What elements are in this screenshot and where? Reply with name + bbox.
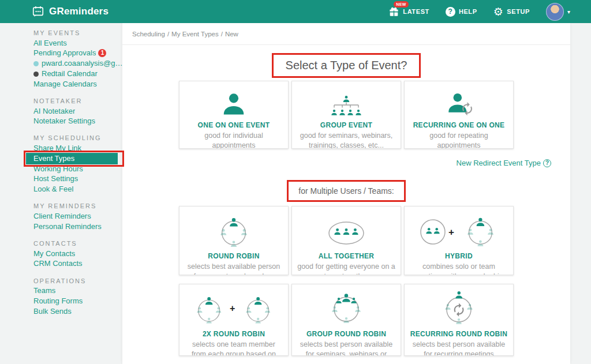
double-round-robin-icon: + [191,291,276,326]
section-title-contacts: CONTACTS [0,239,122,249]
sidebar-item-manage-calendars[interactable]: Manage Calendars [0,79,122,89]
nav-latest[interactable]: NEW LATEST [388,6,429,17]
sidebar-item-event-types[interactable]: Event Types [0,153,122,164]
card-hybrid[interactable]: + HYBRID combines solo or team meetings … [404,206,514,275]
page-title: Select a Type of Event? [274,55,420,76]
section-title-notetaker: NOTETAKER [0,96,122,106]
help-icon: ? [446,7,455,17]
sidebar-item-redtail-calendar[interactable]: Redtail Calendar [0,69,122,79]
breadcrumb-scheduling[interactable]: Scheduling [132,31,165,37]
nav-latest-label: LATEST [403,8,429,15]
card-description: good for repeating appointments [410,131,508,149]
section-title-my-scheduling: MY SCHEDULING [0,133,122,143]
card-title: ONE ON ONE EVENT [185,121,283,129]
sidebar-item-crm-contacts[interactable]: CRM Contacts [0,259,122,269]
card-title: 2X ROUND ROBIN [185,330,283,338]
card-all-together[interactable]: ALL TOGETHER good for getting everyone o… [291,206,401,275]
pending-count-badge: 1 [98,49,106,57]
card-description: good for getting everyone on a team toge… [297,262,395,275]
card-description: combines solo or team meetings with a ro… [410,262,508,275]
breadcrumb-my-event-types[interactable]: My Event Types [171,31,219,37]
sidebar-item-ai-notetaker[interactable]: AI Notetaker [0,106,122,117]
card-description: good for seminars, webinars, trainings, … [297,131,395,149]
calendar-dot-icon [33,72,39,77]
sidebar-item-look-and-feel[interactable]: Look & Feel [0,185,122,195]
card-description: selects best person available for recurr… [410,340,508,356]
brand-name: GReminders [49,6,109,17]
card-description: selects one team member from each group … [185,340,283,356]
brand-logo[interactable]: GReminders [32,5,109,18]
sidebar-item-working-hours[interactable]: Working Hours [0,164,122,174]
person-icon [221,92,246,117]
new-redirect-event-type-link[interactable]: New Redirect Event Type ? [457,159,551,167]
card-title: RECURRING ONE ON ONE [410,121,508,129]
card-recurring-one-on-one[interactable]: RECURRING ONE ON ONE good for repeating … [404,81,514,149]
all-together-icon [324,217,369,248]
sidebar-item-bulk-sends[interactable]: Bulk Sends [0,306,122,317]
card-description: selects best available person from your … [185,262,283,275]
card-description: selects best person available for semina… [297,340,395,356]
round-robin-icon [211,212,256,248]
nav-setup-label: SETUP [507,8,530,15]
card-one-on-one-event[interactable]: ONE ON ONE EVENT good for individual app… [179,81,289,149]
card-title: GROUP ROUND ROBIN [297,330,395,338]
user-menu[interactable]: ▾ [546,3,570,21]
calendar-dot-icon [33,61,39,66]
person-recurring-icon [442,92,476,117]
card-title: GROUP EVENT [297,121,395,129]
card-description: good for individual appointments [185,131,283,149]
nav-setup[interactable]: ⚙ SETUP [493,6,530,17]
calendar-logo-icon [32,5,44,18]
card-recurring-round-robin[interactable]: RECURRING ROUND ROBIN selects best perso… [404,284,514,356]
breadcrumb-separator: / [167,31,169,37]
org-chart-icon [328,95,365,117]
section-title-my-reminders: MY REMINDERS [0,201,122,211]
question-circle-icon: ? [543,159,551,167]
card-group-round-robin[interactable]: GROUP ROUND ROBIN selects best person av… [291,284,401,356]
main-panel: Scheduling / My Event Types / New Select… [122,23,570,364]
hybrid-icon: + [417,212,501,248]
teams-section-label: for Multiple Users / Teams: [289,182,403,200]
gift-icon [388,6,399,17]
svg-text:+: + [230,303,235,313]
recurring-round-robin-icon [436,290,481,326]
nav-help-label: HELP [459,8,477,15]
card-group-event[interactable]: GROUP EVENT good for seminars, webinars,… [291,81,401,149]
avatar [546,3,564,21]
sidebar-item-calendar-pward[interactable]: pward.coaanalysis@gmai... [0,59,122,69]
nav-help[interactable]: ? HELP [446,7,477,17]
sidebar-item-all-events[interactable]: All Events [0,38,122,48]
new-badge: NEW [394,1,408,7]
section-title-operations: OPERATIONS [0,276,122,286]
annotation-box: Select a Type of Event? [272,53,421,78]
sidebar-item-my-contacts[interactable]: My Contacts [0,249,122,259]
svg-text:+: + [448,227,454,238]
section-title-my-events: MY EVENTS [0,28,122,38]
group-round-robin-icon [324,290,369,326]
redirect-link-label: New Redirect Event Type [457,159,541,167]
card-title: RECURRING ROUND ROBIN [410,330,508,338]
sidebar-item-client-reminders[interactable]: Client Reminders [0,211,122,222]
chevron-down-icon: ▾ [567,9,570,15]
annotation-box: for Multiple Users / Teams: [287,180,405,202]
gear-icon: ⚙ [493,6,504,17]
card-title: HYBRID [410,252,508,260]
sidebar-item-teams[interactable]: Teams [0,286,122,297]
sidebar-item-host-settings[interactable]: Host Settings [0,174,122,185]
breadcrumb-separator: / [221,31,223,37]
card-title: ALL TOGETHER [297,252,395,260]
sidebar-item-routing-forms[interactable]: Routing Forms [0,296,122,306]
sidebar-item-pending-approvals[interactable]: Pending Approvals1 [0,48,122,59]
breadcrumb-new: New [225,31,238,37]
sidebar-item-share-my-link[interactable]: Share My Link [0,143,122,153]
app-header: GReminders NEW LATEST ? HELP ⚙ SETUP ▾ [0,0,591,23]
sidebar: MY EVENTS All Events Pending Approvals1 … [0,23,122,364]
card-round-robin[interactable]: ROUND ROBIN selects best available perso… [179,206,289,275]
sidebar-item-personal-reminders[interactable]: Personal Reminders [0,222,122,232]
sidebar-item-notetaker-settings[interactable]: Notetaker Settings [0,117,122,127]
card-2x-round-robin[interactable]: + 2X ROUND ROBIN selects one team member… [179,284,289,356]
card-title: ROUND ROBIN [185,252,283,260]
breadcrumb: Scheduling / My Event Types / New [122,23,570,45]
